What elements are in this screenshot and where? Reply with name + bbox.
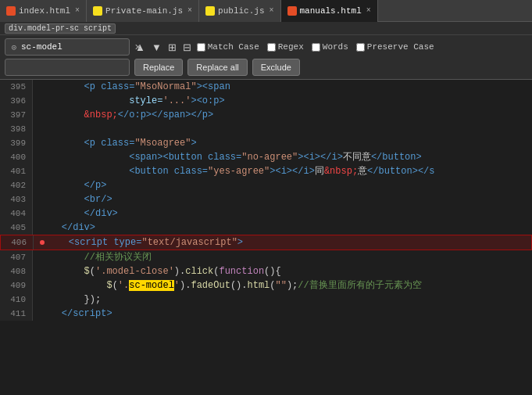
line-number: 395 (0, 80, 33, 94)
table-row: 399 <p class="Msoagree"> (0, 136, 532, 150)
table-row: 410 }); (0, 293, 532, 307)
replace-all-button[interactable]: Replace all (187, 59, 247, 76)
line-number: 401 (0, 164, 33, 178)
replace-button[interactable]: Replace (134, 59, 183, 76)
line-number: 400 (0, 150, 33, 164)
js-icon (93, 6, 102, 16)
table-row: 396 style='...'><o:p> (0, 94, 532, 108)
find-row: ⊙ ✕ ▲ ▼ ⊞ ⊟ Match Case Regex Words (5, 38, 527, 56)
line-content: <script type="text/javascript"> (34, 235, 531, 250)
line-content: </div> (33, 221, 532, 235)
breadcrumb: div.model-pr-sc script (0, 22, 532, 35)
tab-close-index[interactable]: × (75, 6, 80, 15)
line-content: style='...'><o:p> (33, 94, 532, 108)
line-number: 406 (1, 235, 34, 250)
breadcrumb-text: div.model-pr-sc script (5, 23, 116, 34)
line-number: 405 (0, 221, 33, 235)
words-option[interactable]: Words (312, 42, 348, 52)
tab-label: index.html (19, 6, 70, 16)
table-row: 405 </div> (0, 221, 532, 235)
line-content: <button class="yes-agree"><i></i>同&nbsp;… (33, 164, 532, 178)
line-content: <p class="MsoNormal"><span (33, 80, 532, 94)
preserve-case-checkbox[interactable] (356, 43, 365, 52)
table-row: 408 $('.model-close').click(function(){ (0, 264, 532, 278)
table-row: 403 <br/> (0, 192, 532, 206)
tab-close-public[interactable]: × (270, 6, 274, 15)
table-row: 406 <script type="text/javascript"> (0, 235, 532, 250)
regex-label: Regex (278, 42, 304, 52)
tab-private-main[interactable]: Private-main.js × (87, 0, 199, 22)
code-area: 395 <p class="MsoNormal"><span 396 style… (0, 80, 532, 389)
table-row: 402 </p> (0, 178, 532, 192)
line-content: }); (33, 293, 532, 307)
words-checkbox[interactable] (312, 43, 320, 52)
line-content: <p class="Msoagree"> (33, 136, 532, 150)
line-number: 398 (0, 122, 33, 136)
tab-close-private[interactable]: × (187, 6, 192, 15)
tab-manuals-html[interactable]: manuals.html × (281, 0, 378, 22)
search-options: Match Case Regex Words Preserve Case (197, 42, 434, 52)
table-row: 398 (0, 122, 532, 136)
line-content: <span><button class="no-agree"><i></i>不同… (33, 150, 532, 164)
html-icon-manuals (287, 6, 297, 16)
line-number: 409 (0, 278, 33, 293)
line-number: 397 (0, 108, 33, 122)
table-row: 409 $('.sc-model').fadeOut().html("");//… (0, 278, 532, 293)
line-content: </p> (33, 178, 532, 192)
line-number: 408 (0, 264, 33, 278)
next-match-button[interactable]: ▼ (149, 41, 164, 53)
settings-button[interactable]: ⊟ (180, 41, 194, 53)
js-icon-public (205, 6, 215, 16)
exclude-button[interactable]: Exclude (252, 59, 300, 76)
html-icon (6, 6, 16, 16)
search-icon: ⊙ (9, 41, 20, 52)
line-content: </div> (33, 206, 532, 221)
tab-public-js[interactable]: public.js × (199, 0, 280, 22)
find-replace-bar: ⊙ ✕ ▲ ▼ ⊞ ⊟ Match Case Regex Words (0, 35, 532, 80)
line-number: 407 (0, 250, 33, 264)
words-label: Words (323, 42, 348, 52)
line-number: 411 (0, 307, 33, 321)
tab-close-manuals[interactable]: × (366, 6, 371, 15)
line-content: $('.sc-model').fadeOut().html("");//普换里面… (33, 278, 532, 293)
replace-row: Replace Replace all Exclude (5, 59, 527, 76)
line-content: <br/> (33, 192, 532, 206)
line-number: 402 (0, 178, 33, 192)
match-case-checkbox[interactable] (197, 43, 205, 52)
tab-label: manuals.html (300, 6, 362, 16)
replace-input-wrap (5, 59, 130, 76)
tab-label: Private-main.js (105, 6, 183, 16)
replace-input[interactable] (5, 63, 129, 72)
table-row: 397 &nbsp;</o:p></span></p> (0, 108, 532, 122)
preserve-case-option[interactable]: Preserve Case (356, 42, 434, 52)
match-case-label: Match Case (208, 42, 259, 52)
line-number: 399 (0, 136, 33, 150)
line-content: //相关协议关闭 (33, 250, 532, 264)
line-content: $('.model-close').click(function(){ (33, 264, 532, 278)
line-number: 396 (0, 94, 33, 108)
tab-bar: index.html × Private-main.js × public.js… (0, 0, 532, 22)
line-content: </script> (33, 307, 532, 321)
line-content: &nbsp;</o:p></span></p> (33, 108, 532, 122)
regex-checkbox[interactable] (267, 43, 276, 52)
tab-index-html[interactable]: index.html × (0, 0, 87, 22)
line-number: 403 (0, 192, 33, 206)
clear-search-button[interactable]: ✕ (132, 42, 144, 52)
table-row: 411 </script> (0, 307, 532, 321)
table-row: 401 <button class="yes-agree"><i></i>同&n… (0, 164, 532, 178)
table-row: 395 <p class="MsoNormal"><span (0, 80, 532, 94)
regex-option[interactable]: Regex (267, 42, 304, 52)
table-row: 404 </div> (0, 206, 532, 221)
toggle-button[interactable]: ⊞ (166, 41, 179, 53)
search-input[interactable] (20, 42, 132, 52)
table-row: 407 //相关协议关闭 (0, 250, 532, 264)
preserve-case-label: Preserve Case (367, 42, 434, 52)
table-row: 400 <span><button class="no-agree"><i></… (0, 150, 532, 164)
tab-label: public.js (218, 6, 264, 16)
search-input-wrap: ⊙ ✕ (5, 38, 130, 56)
line-number: 410 (0, 293, 33, 307)
match-case-option[interactable]: Match Case (197, 42, 259, 52)
line-number: 404 (0, 206, 33, 221)
